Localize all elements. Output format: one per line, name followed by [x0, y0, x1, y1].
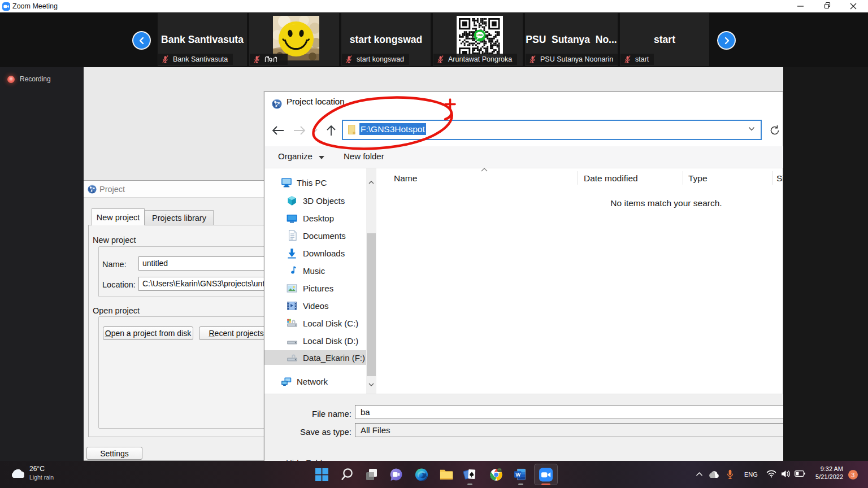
svg-text:LINE: LINE	[476, 33, 483, 37]
